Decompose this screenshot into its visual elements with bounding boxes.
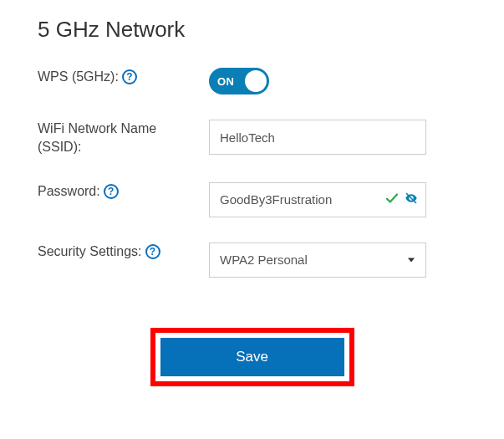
help-icon[interactable]: ? <box>145 244 160 259</box>
eye-hidden-icon[interactable] <box>403 191 420 208</box>
password-status-icons <box>384 191 420 209</box>
password-field <box>209 182 466 217</box>
help-icon[interactable]: ? <box>122 69 137 84</box>
ssid-label-line1: WiFi Network Name <box>38 120 156 138</box>
ssid-label-col: WiFi Network Name (SSID): <box>38 120 209 157</box>
help-icon[interactable]: ? <box>104 184 119 199</box>
wps-toggle[interactable]: ON <box>209 68 269 94</box>
wps-label-col: WPS (5GHz): ? <box>38 68 209 86</box>
security-select[interactable]: WPA2 Personal <box>209 242 426 278</box>
security-row: Security Settings: ? WPA2 Personal <box>38 242 466 278</box>
password-row: Password: ? <box>38 182 466 217</box>
security-label-col: Security Settings: ? <box>38 242 209 261</box>
ssid-row: WiFi Network Name (SSID): <box>38 120 466 157</box>
toggle-knob <box>245 70 267 92</box>
ssid-label-line2: (SSID): <box>38 138 81 156</box>
wps-row: WPS (5GHz): ? ON <box>38 68 466 94</box>
button-area: Save <box>38 328 466 386</box>
password-label-col: Password: ? <box>38 182 209 201</box>
checkmark-icon <box>384 191 400 209</box>
save-highlight-box: Save <box>150 328 354 386</box>
page-title: 5 GHz Network <box>38 17 466 43</box>
security-field: WPA2 Personal <box>209 242 466 278</box>
wps-toggle-label: ON <box>217 75 235 88</box>
security-label: Security Settings: <box>38 242 142 261</box>
ssid-input[interactable] <box>209 120 426 155</box>
ssid-field <box>209 120 466 155</box>
save-button[interactable]: Save <box>160 338 344 376</box>
wps-field: ON <box>209 68 466 94</box>
password-label: Password: <box>38 182 100 201</box>
wps-label: WPS (5GHz): <box>38 68 119 86</box>
